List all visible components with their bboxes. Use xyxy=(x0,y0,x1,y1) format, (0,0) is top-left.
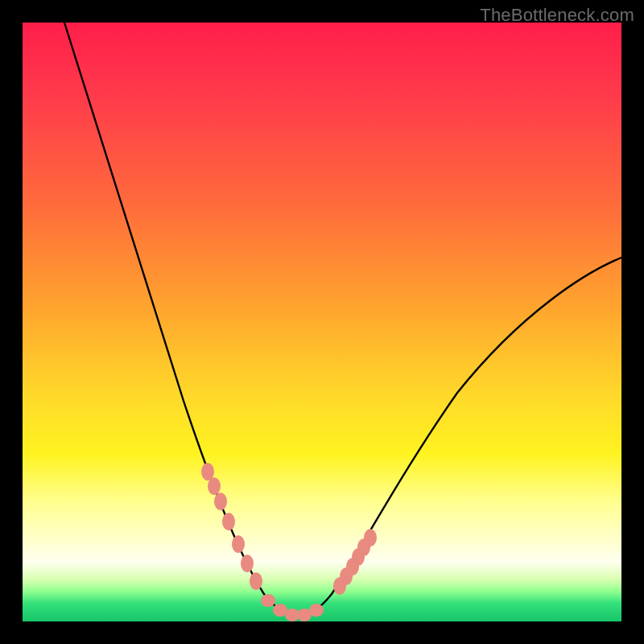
curve-layer xyxy=(23,23,621,621)
marker-dot xyxy=(222,513,235,530)
right-cluster xyxy=(333,529,377,595)
marker-dot xyxy=(364,529,377,547)
marker-dot xyxy=(261,594,275,607)
valley-cluster xyxy=(261,594,324,621)
marker-dot xyxy=(241,555,254,572)
marker-dot xyxy=(309,604,324,617)
marker-dot xyxy=(250,572,262,590)
left-cluster xyxy=(201,463,262,590)
chart-frame: TheBottleneck.com xyxy=(0,0,644,644)
watermark-text: TheBottleneck.com xyxy=(480,5,634,26)
plot-area xyxy=(23,23,621,621)
bottleneck-curve xyxy=(64,23,621,617)
marker-dot xyxy=(214,493,227,510)
marker-dot xyxy=(208,477,221,495)
marker-dot xyxy=(232,535,245,553)
